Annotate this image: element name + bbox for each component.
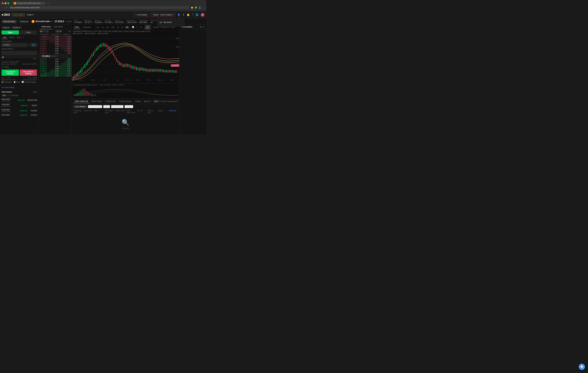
my-assets-item[interactable]: 🗂 My assets: [157, 19, 185, 25]
15m-button[interactable]: 15m: [110, 26, 115, 28]
sell-order-row[interactable]: 17,018.7 1.15 3.84: [39, 45, 72, 47]
forward-button[interactable]: ›: [4, 6, 5, 9]
trigger-tab[interactable]: Trigger: [125, 105, 133, 108]
reload-button[interactable]: ↻: [6, 6, 8, 9]
close-traffic-light[interactable]: [2, 2, 4, 4]
1w-button[interactable]: 1W: [125, 26, 129, 28]
1m-button[interactable]: 1m: [101, 26, 105, 28]
ob-view-both[interactable]: [40, 31, 42, 32]
mover-item[interactable]: ETH/USDT 12/06, 13:40 Large buy 610,893: [1, 108, 37, 113]
price-type-button[interactable]: Last Price: [144, 25, 151, 30]
buy-order-row[interactable]: 17,013.6 1.26 7.25: [39, 72, 72, 74]
overview-tab[interactable]: Overview: [82, 25, 92, 29]
indicator-button[interactable]: 📊: [131, 26, 135, 28]
tab-close-button[interactable]: ✕: [42, 2, 44, 4]
bbo-button[interactable]: BBO: [31, 43, 37, 47]
sell-order-row[interactable]: 17,019.6 1.43 6.08: [39, 40, 72, 43]
help-icon[interactable]: ?: [192, 13, 193, 16]
browser-tab[interactable]: 17,019.2 BTCUSDT1209 | Buy... ✕: [12, 1, 45, 5]
demo-badge[interactable]: Demo trading: [12, 13, 25, 16]
stop-tab-bottom[interactable]: Stop: [103, 105, 110, 108]
close-button[interactable]: Close: [20, 31, 37, 34]
profile-icon[interactable]: 👤: [199, 6, 201, 9]
fees-link[interactable]: 📋 Fees: [14, 81, 20, 83]
buy-order-row[interactable]: 17,017.5 1.07 1.07: [39, 58, 72, 60]
advanced-limit-tab[interactable]: Advanced limit: [88, 105, 102, 108]
price-down-button[interactable]: ▼: [28, 45, 30, 46]
go-live-link[interactable]: Go to live trading: [0, 86, 38, 89]
sell-order-row[interactable]: 17,019.2 0.81 4.65: [39, 43, 72, 45]
bots-tab[interactable]: Bots (7): [143, 100, 152, 103]
open-button[interactable]: Open: [1, 31, 19, 34]
bookmark-icon[interactable]: ⭐: [191, 6, 193, 9]
bell-icon[interactable]: 🔔: [187, 13, 190, 16]
globe-icon[interactable]: 🌐: [196, 13, 199, 16]
4h-button[interactable]: 4h: [121, 26, 124, 28]
info-settings-icon[interactable]: ⚙: [203, 26, 204, 28]
all-button[interactable]: All ▾: [153, 100, 159, 103]
leverage-button[interactable]: 10.00X ▾: [11, 26, 22, 29]
ob-size-select[interactable]: 0.1: [55, 30, 62, 33]
long-button[interactable]: Long (Demo trading): [1, 69, 19, 76]
current-instrument-checkbox[interactable]: Current instrument: [159, 100, 176, 102]
manual-trading-button[interactable]: Manual trading: [2, 20, 17, 23]
tpsl-checkbox[interactable]: [1, 66, 3, 68]
position-builder-link[interactable]: 📊 Position builder: [22, 81, 36, 83]
buy-order-row[interactable]: 17,015.9 1.08 4.76: [39, 67, 72, 70]
buy-order-row[interactable]: 17,011.8 1.28 8.53: [39, 74, 72, 77]
sell-order-row[interactable]: 17,018.2 0.69 2.69: [39, 47, 72, 49]
new-tab-button[interactable]: +: [46, 2, 50, 5]
mover-item[interactable]: ETH/USDT Large buy 513,522: [1, 113, 37, 117]
cancel-all-button[interactable]: Cancel all: [169, 110, 178, 113]
positions-tab[interactable]: Positions (0): [104, 100, 117, 103]
sell-order-row[interactable]: 17,017.6 1.10 1.10: [39, 52, 72, 54]
ob-view-sell[interactable]: [43, 31, 45, 32]
ob-view-buy[interactable]: [46, 31, 49, 32]
short-button[interactable]: Short (Demo trading): [20, 69, 37, 76]
position-history-tab[interactable]: Position history: [118, 100, 133, 103]
trading-bot-button[interactable]: Trading bot: [18, 20, 30, 23]
chart-tab[interactable]: Chart: [73, 25, 80, 29]
sell-order-row[interactable]: 17,022.0 0.86 7.96: [39, 35, 72, 38]
back-button[interactable]: ‹: [2, 6, 3, 9]
buy-order-row[interactable]: 17,017.0 0.88 3.68: [39, 65, 72, 67]
buy-order-row[interactable]: 17,015.0 1.23 5.99: [39, 70, 72, 72]
avatar[interactable]: J: [201, 13, 204, 17]
1h-button[interactable]: 1h: [116, 26, 120, 28]
stop-tab[interactable]: Stop: [16, 36, 22, 39]
address-bar[interactable]: [9, 6, 189, 9]
ob-settings-icon[interactable]: ⚙: [69, 30, 70, 33]
coin-selector[interactable]: ₿ BTCUSDT1209 ▾ ℹ: [32, 20, 53, 23]
5m-button[interactable]: 5m: [106, 26, 109, 28]
market-tab[interactable]: Market: [8, 36, 16, 39]
info-grid-icon[interactable]: ⊞: [200, 26, 201, 28]
sell-order-row[interactable]: 17,020.7 1.02 7.10: [39, 38, 72, 40]
filter-icon[interactable]: ☰: [176, 100, 178, 102]
price-stepper[interactable]: ▲ ▼: [28, 44, 30, 46]
all-filter-button[interactable]: All ▾: [1, 94, 7, 97]
more-button[interactable]: More: [33, 91, 37, 93]
download-icon[interactable]: ⬇: [182, 13, 185, 16]
drawing-button[interactable]: ✏: [136, 26, 138, 28]
sell-order-row[interactable]: 17,017.7 0.90 2.00: [39, 49, 72, 52]
limit-market-tab[interactable]: Limit | Market: [73, 105, 87, 108]
orderbook-tab[interactable]: Order book: [40, 24, 52, 29]
open-orders-tab[interactable]: Open orders (0): [73, 99, 90, 103]
current-pair-checkbox[interactable]: Current pair: [8, 95, 18, 96]
slider-thumb[interactable]: [2, 56, 4, 58]
assets-tab[interactable]: Assets: [134, 100, 142, 103]
buy-order-row[interactable]: 17,017.3 0.93 2.80: [39, 63, 72, 65]
line-button[interactable]: Line: [95, 26, 100, 28]
amount-input[interactable]: [1, 51, 37, 55]
extension-icon[interactable]: 🧩: [195, 6, 197, 9]
user-icon[interactable]: 👤: [177, 13, 180, 16]
minimize-traffic-light[interactable]: [5, 2, 7, 4]
mover-item[interactable]: KNC/USDT 12/06, 13:41 Large buy 369,587,…: [1, 98, 37, 103]
trailing-stop-tab[interactable]: Trailing stop: [111, 105, 124, 108]
last-trades-tab[interactable]: Last trades: [52, 24, 64, 29]
live-trading-button[interactable]: Live trading: [134, 13, 149, 17]
order-history-tab[interactable]: Order history: [90, 100, 104, 103]
order-type-more[interactable]: ▾: [22, 36, 23, 38]
menu-icon[interactable]: ⋮: [202, 6, 204, 9]
maximize-traffic-light[interactable]: [7, 2, 9, 4]
